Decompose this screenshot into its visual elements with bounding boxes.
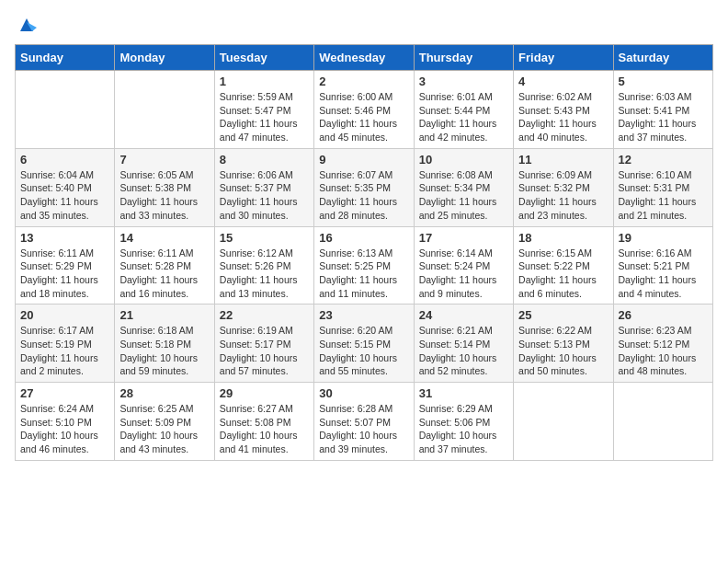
calendar-cell bbox=[16, 71, 115, 149]
day-number: 9 bbox=[319, 153, 408, 167]
calendar-cell: 21Sunrise: 6:18 AM Sunset: 5:18 PM Dayli… bbox=[115, 304, 214, 383]
day-number: 6 bbox=[20, 153, 109, 167]
calendar-cell: 15Sunrise: 6:12 AM Sunset: 5:26 PM Dayli… bbox=[214, 226, 313, 304]
day-number: 11 bbox=[518, 153, 608, 167]
day-info: Sunrise: 6:24 AM Sunset: 5:10 PM Dayligh… bbox=[20, 402, 109, 456]
day-number: 18 bbox=[518, 231, 608, 245]
day-number: 10 bbox=[419, 153, 508, 167]
header bbox=[15, 15, 713, 33]
calendar-cell: 26Sunrise: 6:23 AM Sunset: 5:12 PM Dayli… bbox=[613, 304, 712, 383]
day-number: 17 bbox=[419, 231, 508, 245]
day-number: 26 bbox=[619, 308, 708, 322]
day-info: Sunrise: 6:21 AM Sunset: 5:14 PM Dayligh… bbox=[419, 324, 508, 378]
day-number: 5 bbox=[619, 75, 708, 88]
calendar-cell: 7Sunrise: 6:05 AM Sunset: 5:38 PM Daylig… bbox=[115, 148, 214, 226]
day-number: 23 bbox=[319, 308, 408, 322]
day-info: Sunrise: 6:15 AM Sunset: 5:22 PM Dayligh… bbox=[518, 247, 608, 301]
logo bbox=[15, 15, 37, 33]
day-number: 1 bbox=[220, 75, 309, 88]
day-number: 21 bbox=[119, 308, 209, 322]
calendar-header-friday: Friday bbox=[514, 45, 613, 71]
day-number: 25 bbox=[518, 308, 608, 322]
day-info: Sunrise: 6:16 AM Sunset: 5:21 PM Dayligh… bbox=[619, 247, 708, 301]
calendar-week-row: 20Sunrise: 6:17 AM Sunset: 5:19 PM Dayli… bbox=[16, 304, 713, 383]
calendar-cell: 5Sunrise: 6:03 AM Sunset: 5:41 PM Daylig… bbox=[613, 71, 712, 149]
calendar-cell: 9Sunrise: 6:07 AM Sunset: 5:35 PM Daylig… bbox=[314, 148, 414, 226]
calendar-cell bbox=[115, 71, 214, 149]
calendar-cell: 4Sunrise: 6:02 AM Sunset: 5:43 PM Daylig… bbox=[514, 71, 613, 149]
calendar-week-row: 27Sunrise: 6:24 AM Sunset: 5:10 PM Dayli… bbox=[16, 383, 713, 461]
day-number: 24 bbox=[419, 308, 508, 322]
calendar-cell: 6Sunrise: 6:04 AM Sunset: 5:40 PM Daylig… bbox=[16, 148, 115, 226]
day-info: Sunrise: 6:25 AM Sunset: 5:09 PM Dayligh… bbox=[119, 402, 209, 456]
calendar-cell: 11Sunrise: 6:09 AM Sunset: 5:32 PM Dayli… bbox=[514, 148, 613, 226]
day-number: 8 bbox=[220, 153, 309, 167]
day-number: 29 bbox=[220, 386, 309, 400]
calendar-week-row: 13Sunrise: 6:11 AM Sunset: 5:29 PM Dayli… bbox=[16, 226, 713, 304]
day-number: 19 bbox=[619, 231, 708, 245]
day-number: 13 bbox=[20, 231, 109, 245]
calendar-cell: 13Sunrise: 6:11 AM Sunset: 5:29 PM Dayli… bbox=[16, 226, 115, 304]
day-number: 20 bbox=[20, 308, 109, 322]
day-info: Sunrise: 6:09 AM Sunset: 5:32 PM Dayligh… bbox=[518, 168, 608, 223]
calendar-cell: 10Sunrise: 6:08 AM Sunset: 5:34 PM Dayli… bbox=[414, 148, 513, 226]
calendar-cell: 24Sunrise: 6:21 AM Sunset: 5:14 PM Dayli… bbox=[414, 304, 513, 383]
day-info: Sunrise: 6:19 AM Sunset: 5:17 PM Dayligh… bbox=[220, 324, 309, 378]
calendar-cell: 30Sunrise: 6:28 AM Sunset: 5:07 PM Dayli… bbox=[314, 383, 414, 461]
calendar-cell bbox=[514, 383, 613, 461]
day-info: Sunrise: 6:17 AM Sunset: 5:19 PM Dayligh… bbox=[20, 324, 109, 378]
day-number: 28 bbox=[119, 386, 209, 400]
day-number: 2 bbox=[319, 75, 408, 88]
calendar-header-sunday: Sunday bbox=[16, 45, 115, 71]
day-info: Sunrise: 6:27 AM Sunset: 5:08 PM Dayligh… bbox=[220, 402, 309, 456]
day-number: 15 bbox=[220, 231, 309, 245]
day-info: Sunrise: 6:10 AM Sunset: 5:31 PM Dayligh… bbox=[619, 168, 708, 223]
day-info: Sunrise: 6:05 AM Sunset: 5:38 PM Dayligh… bbox=[119, 168, 209, 223]
day-info: Sunrise: 6:01 AM Sunset: 5:44 PM Dayligh… bbox=[419, 90, 508, 144]
day-info: Sunrise: 6:28 AM Sunset: 5:07 PM Dayligh… bbox=[319, 402, 408, 456]
day-info: Sunrise: 6:14 AM Sunset: 5:24 PM Dayligh… bbox=[419, 247, 508, 301]
calendar-header-saturday: Saturday bbox=[613, 45, 712, 71]
calendar-header-thursday: Thursday bbox=[414, 45, 513, 71]
day-info: Sunrise: 6:02 AM Sunset: 5:43 PM Dayligh… bbox=[518, 90, 608, 144]
day-info: Sunrise: 6:04 AM Sunset: 5:40 PM Dayligh… bbox=[20, 168, 109, 223]
day-info: Sunrise: 6:23 AM Sunset: 5:12 PM Dayligh… bbox=[619, 324, 708, 378]
day-info: Sunrise: 6:18 AM Sunset: 5:18 PM Dayligh… bbox=[119, 324, 209, 378]
day-info: Sunrise: 6:03 AM Sunset: 5:41 PM Dayligh… bbox=[619, 90, 708, 144]
calendar-cell: 18Sunrise: 6:15 AM Sunset: 5:22 PM Dayli… bbox=[514, 226, 613, 304]
calendar-cell: 31Sunrise: 6:29 AM Sunset: 5:06 PM Dayli… bbox=[414, 383, 513, 461]
logo-icon bbox=[17, 15, 37, 35]
calendar-cell: 25Sunrise: 6:22 AM Sunset: 5:13 PM Dayli… bbox=[514, 304, 613, 383]
calendar-cell: 29Sunrise: 6:27 AM Sunset: 5:08 PM Dayli… bbox=[214, 383, 313, 461]
calendar-table: SundayMondayTuesdayWednesdayThursdayFrid… bbox=[15, 44, 713, 461]
day-info: Sunrise: 6:29 AM Sunset: 5:06 PM Dayligh… bbox=[419, 402, 508, 456]
calendar-header-row: SundayMondayTuesdayWednesdayThursdayFrid… bbox=[16, 45, 713, 71]
calendar-header-tuesday: Tuesday bbox=[214, 45, 313, 71]
day-info: Sunrise: 6:22 AM Sunset: 5:13 PM Dayligh… bbox=[518, 324, 608, 378]
day-info: Sunrise: 6:12 AM Sunset: 5:26 PM Dayligh… bbox=[220, 247, 309, 301]
calendar-cell: 1Sunrise: 5:59 AM Sunset: 5:47 PM Daylig… bbox=[214, 71, 313, 149]
day-number: 27 bbox=[20, 386, 109, 400]
calendar-cell: 3Sunrise: 6:01 AM Sunset: 5:44 PM Daylig… bbox=[414, 71, 513, 149]
calendar-header-wednesday: Wednesday bbox=[314, 45, 414, 71]
day-number: 30 bbox=[319, 386, 408, 400]
day-number: 7 bbox=[119, 153, 209, 167]
calendar-cell: 2Sunrise: 6:00 AM Sunset: 5:46 PM Daylig… bbox=[314, 71, 414, 149]
calendar-week-row: 1Sunrise: 5:59 AM Sunset: 5:47 PM Daylig… bbox=[16, 71, 713, 149]
calendar-cell: 8Sunrise: 6:06 AM Sunset: 5:37 PM Daylig… bbox=[214, 148, 313, 226]
calendar-cell: 22Sunrise: 6:19 AM Sunset: 5:17 PM Dayli… bbox=[214, 304, 313, 383]
day-number: 4 bbox=[518, 75, 608, 88]
day-info: Sunrise: 6:06 AM Sunset: 5:37 PM Dayligh… bbox=[220, 168, 309, 223]
day-number: 3 bbox=[419, 75, 508, 88]
calendar-cell: 19Sunrise: 6:16 AM Sunset: 5:21 PM Dayli… bbox=[613, 226, 712, 304]
calendar-cell: 12Sunrise: 6:10 AM Sunset: 5:31 PM Dayli… bbox=[613, 148, 712, 226]
day-info: Sunrise: 6:07 AM Sunset: 5:35 PM Dayligh… bbox=[319, 168, 408, 223]
calendar-cell: 27Sunrise: 6:24 AM Sunset: 5:10 PM Dayli… bbox=[16, 383, 115, 461]
day-info: Sunrise: 5:59 AM Sunset: 5:47 PM Dayligh… bbox=[220, 90, 309, 144]
day-number: 16 bbox=[319, 231, 408, 245]
calendar-cell bbox=[613, 383, 712, 461]
day-info: Sunrise: 6:00 AM Sunset: 5:46 PM Dayligh… bbox=[319, 90, 408, 144]
calendar-cell: 14Sunrise: 6:11 AM Sunset: 5:28 PM Dayli… bbox=[115, 226, 214, 304]
calendar-cell: 17Sunrise: 6:14 AM Sunset: 5:24 PM Dayli… bbox=[414, 226, 513, 304]
calendar-cell: 16Sunrise: 6:13 AM Sunset: 5:25 PM Dayli… bbox=[314, 226, 414, 304]
